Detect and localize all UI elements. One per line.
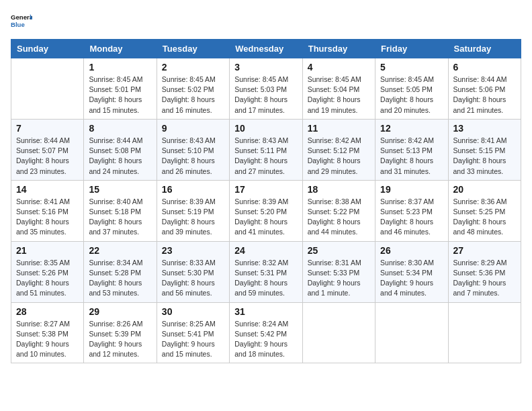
cell-content: Sunrise: 8:35 AMSunset: 5:26 PMDaylight:… [16, 258, 79, 299]
calendar-cell [302, 302, 375, 363]
calendar-cell [375, 302, 448, 363]
cell-content: Sunrise: 8:41 AMSunset: 5:15 PMDaylight:… [453, 136, 516, 177]
cell-content: Sunrise: 8:44 AMSunset: 5:08 PMDaylight:… [89, 136, 151, 177]
cell-content: Sunrise: 8:45 AMSunset: 5:04 PMDaylight:… [308, 75, 370, 116]
calendar-cell: 31Sunrise: 8:24 AMSunset: 5:42 PMDayligh… [230, 302, 302, 363]
day-number: 2 [162, 62, 224, 73]
day-number: 1 [89, 62, 151, 73]
calendar-cell: 17Sunrise: 8:39 AMSunset: 5:20 PMDayligh… [230, 180, 302, 241]
cell-content: Sunrise: 8:34 AMSunset: 5:28 PMDaylight:… [89, 258, 151, 299]
day-number: 27 [453, 245, 516, 256]
calendar-cell: 13Sunrise: 8:41 AMSunset: 5:15 PMDayligh… [448, 119, 521, 180]
cell-content: Sunrise: 8:42 AMSunset: 5:13 PMDaylight:… [380, 136, 443, 177]
day-number: 13 [453, 123, 516, 134]
calendar-table: SundayMondayTuesdayWednesdayThursdayFrid… [11, 39, 521, 363]
cell-content: Sunrise: 8:43 AMSunset: 5:11 PMDaylight:… [234, 136, 297, 177]
calendar-cell: 12Sunrise: 8:42 AMSunset: 5:13 PMDayligh… [375, 119, 448, 180]
cell-content: Sunrise: 8:44 AMSunset: 5:06 PMDaylight:… [453, 75, 516, 116]
calendar-cell: 14Sunrise: 8:41 AMSunset: 5:16 PMDayligh… [11, 180, 84, 241]
day-number: 17 [234, 184, 297, 195]
cell-content: Sunrise: 8:37 AMSunset: 5:23 PMDaylight:… [380, 197, 443, 238]
cell-content: Sunrise: 8:40 AMSunset: 5:18 PMDaylight:… [89, 197, 151, 238]
calendar-cell: 30Sunrise: 8:25 AMSunset: 5:41 PMDayligh… [157, 302, 229, 363]
cell-content: Sunrise: 8:25 AMSunset: 5:41 PMDaylight:… [162, 319, 224, 360]
cell-content: Sunrise: 8:32 AMSunset: 5:31 PMDaylight:… [234, 258, 297, 299]
day-number: 21 [16, 245, 79, 256]
day-number: 15 [89, 184, 151, 195]
svg-text:General: General [11, 13, 32, 21]
cell-content: Sunrise: 8:45 AMSunset: 5:03 PMDaylight:… [234, 75, 297, 116]
day-number: 19 [380, 184, 443, 195]
day-number: 31 [234, 306, 297, 317]
cell-content: Sunrise: 8:27 AMSunset: 5:38 PMDaylight:… [16, 319, 79, 360]
day-number: 14 [16, 184, 79, 195]
page-header: General Blue [11, 11, 521, 32]
day-number: 20 [453, 184, 516, 195]
calendar-cell: 9Sunrise: 8:43 AMSunset: 5:10 PMDaylight… [157, 119, 229, 180]
calendar-cell: 15Sunrise: 8:40 AMSunset: 5:18 PMDayligh… [84, 180, 157, 241]
calendar-week-2: 7Sunrise: 8:44 AMSunset: 5:07 PMDaylight… [11, 119, 521, 180]
cell-content: Sunrise: 8:45 AMSunset: 5:02 PMDaylight:… [162, 75, 224, 116]
header-row: SundayMondayTuesdayWednesdayThursdayFrid… [11, 40, 521, 58]
calendar-cell: 19Sunrise: 8:37 AMSunset: 5:23 PMDayligh… [375, 180, 448, 241]
day-number: 22 [89, 245, 151, 256]
calendar-week-4: 21Sunrise: 8:35 AMSunset: 5:26 PMDayligh… [11, 241, 521, 302]
calendar-cell: 29Sunrise: 8:26 AMSunset: 5:39 PMDayligh… [84, 302, 157, 363]
day-number: 3 [234, 62, 297, 73]
calendar-cell: 5Sunrise: 8:45 AMSunset: 5:05 PMDaylight… [375, 58, 448, 120]
calendar-cell: 24Sunrise: 8:32 AMSunset: 5:31 PMDayligh… [230, 241, 302, 302]
cell-content: Sunrise: 8:41 AMSunset: 5:16 PMDaylight:… [16, 197, 79, 238]
cell-content: Sunrise: 8:24 AMSunset: 5:42 PMDaylight:… [234, 319, 297, 360]
calendar-cell: 6Sunrise: 8:44 AMSunset: 5:06 PMDaylight… [448, 58, 521, 120]
day-number: 4 [308, 62, 370, 73]
cell-content: Sunrise: 8:33 AMSunset: 5:30 PMDaylight:… [162, 258, 224, 299]
cell-content: Sunrise: 8:42 AMSunset: 5:12 PMDaylight:… [308, 136, 370, 177]
day-header-thursday: Thursday [302, 40, 375, 58]
logo: General Blue [11, 11, 32, 32]
day-number: 29 [89, 306, 151, 317]
calendar-header: SundayMondayTuesdayWednesdayThursdayFrid… [11, 40, 521, 58]
calendar-week-3: 14Sunrise: 8:41 AMSunset: 5:16 PMDayligh… [11, 180, 521, 241]
logo-icon: General Blue [11, 11, 32, 32]
day-number: 9 [162, 123, 224, 134]
calendar-cell: 18Sunrise: 8:38 AMSunset: 5:22 PMDayligh… [302, 180, 375, 241]
cell-content: Sunrise: 8:44 AMSunset: 5:07 PMDaylight:… [16, 136, 79, 177]
calendar-cell: 7Sunrise: 8:44 AMSunset: 5:07 PMDaylight… [11, 119, 84, 180]
svg-text:Blue: Blue [11, 21, 25, 28]
day-number: 6 [453, 62, 516, 73]
cell-content: Sunrise: 8:29 AMSunset: 5:36 PMDaylight:… [453, 258, 516, 299]
calendar-cell: 27Sunrise: 8:29 AMSunset: 5:36 PMDayligh… [448, 241, 521, 302]
calendar-body: 1Sunrise: 8:45 AMSunset: 5:01 PMDaylight… [11, 58, 521, 363]
calendar-cell: 10Sunrise: 8:43 AMSunset: 5:11 PMDayligh… [230, 119, 302, 180]
day-number: 25 [308, 245, 370, 256]
day-number: 26 [380, 245, 443, 256]
day-number: 7 [16, 123, 79, 134]
day-header-monday: Monday [84, 40, 157, 58]
day-number: 8 [89, 123, 151, 134]
cell-content: Sunrise: 8:43 AMSunset: 5:10 PMDaylight:… [162, 136, 224, 177]
day-header-tuesday: Tuesday [157, 40, 229, 58]
day-number: 24 [234, 245, 297, 256]
calendar-cell: 8Sunrise: 8:44 AMSunset: 5:08 PMDaylight… [84, 119, 157, 180]
calendar-cell: 25Sunrise: 8:31 AMSunset: 5:33 PMDayligh… [302, 241, 375, 302]
cell-content: Sunrise: 8:31 AMSunset: 5:33 PMDaylight:… [308, 258, 370, 299]
calendar-week-1: 1Sunrise: 8:45 AMSunset: 5:01 PMDaylight… [11, 58, 521, 120]
calendar-cell: 2Sunrise: 8:45 AMSunset: 5:02 PMDaylight… [157, 58, 229, 120]
day-number: 16 [162, 184, 224, 195]
day-number: 28 [16, 306, 79, 317]
calendar-cell: 21Sunrise: 8:35 AMSunset: 5:26 PMDayligh… [11, 241, 84, 302]
calendar-cell: 23Sunrise: 8:33 AMSunset: 5:30 PMDayligh… [157, 241, 229, 302]
cell-content: Sunrise: 8:36 AMSunset: 5:25 PMDaylight:… [453, 197, 516, 238]
calendar-cell: 20Sunrise: 8:36 AMSunset: 5:25 PMDayligh… [448, 180, 521, 241]
day-number: 5 [380, 62, 443, 73]
calendar-cell: 26Sunrise: 8:30 AMSunset: 5:34 PMDayligh… [375, 241, 448, 302]
calendar-cell: 3Sunrise: 8:45 AMSunset: 5:03 PMDaylight… [230, 58, 302, 120]
cell-content: Sunrise: 8:45 AMSunset: 5:05 PMDaylight:… [380, 75, 443, 116]
calendar-cell: 28Sunrise: 8:27 AMSunset: 5:38 PMDayligh… [11, 302, 84, 363]
cell-content: Sunrise: 8:39 AMSunset: 5:19 PMDaylight:… [162, 197, 224, 238]
day-number: 18 [308, 184, 370, 195]
cell-content: Sunrise: 8:39 AMSunset: 5:20 PMDaylight:… [234, 197, 297, 238]
day-number: 12 [380, 123, 443, 134]
day-header-saturday: Saturday [448, 40, 521, 58]
calendar-cell [448, 302, 521, 363]
